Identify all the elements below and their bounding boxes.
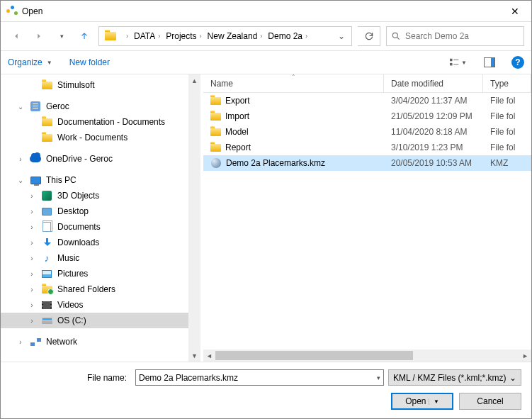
pic-icon — [40, 268, 53, 279]
chevron-down-icon[interactable]: ▾ — [377, 374, 380, 381]
expand-icon[interactable]: ⌄ — [16, 177, 25, 184]
arrow-left-icon — [11, 31, 21, 41]
file-pane: ˄ Name Date modified Type Export3/04/202… — [203, 74, 531, 362]
tree-item-stimulsoft[interactable]: Stimulsoft — [1, 77, 200, 93]
toolbar: Organize ▼ New folder ▼ ? — [1, 50, 531, 74]
back-button[interactable] — [8, 28, 25, 45]
tree-item-network[interactable]: ›Network — [1, 334, 200, 350]
view-icon — [450, 57, 460, 67]
main-area: Stimulsoft⌄GerocDocumentation - Document… — [1, 74, 531, 362]
tree-item-onedrive-geroc[interactable]: ›OneDrive - Geroc — [1, 151, 200, 167]
file-row[interactable]: Report3/10/2019 1:23 PMFile fol — [203, 140, 531, 155]
tree-scroll-down[interactable]: ▼ — [188, 350, 200, 362]
open-button[interactable]: Open ▼ — [391, 393, 453, 410]
col-name[interactable]: ˄ Name — [203, 74, 384, 92]
tree-item-music[interactable]: ›♪Music — [1, 250, 200, 266]
nav-tree[interactable]: Stimulsoft⌄GerocDocumentation - Document… — [1, 74, 200, 362]
view-options-button[interactable]: ▼ — [449, 55, 468, 70]
sort-asc-icon: ˄ — [292, 74, 295, 81]
music-icon: ♪ — [40, 252, 53, 264]
help-button[interactable]: ? — [511, 56, 524, 69]
expand-icon[interactable]: › — [28, 317, 36, 325]
chevron-down-icon: ▼ — [429, 398, 439, 405]
tree-item-desktop[interactable]: ›Desktop — [1, 203, 200, 219]
chevron-down-icon: ⌄ — [509, 373, 516, 383]
tree-item-work-documents[interactable]: Work - Documents — [1, 130, 200, 145]
folder-icon — [210, 113, 221, 121]
file-row[interactable]: Model11/04/2020 8:18 AMFile fol — [203, 124, 531, 140]
new-folder-button[interactable]: New folder — [69, 57, 110, 67]
net-icon — [29, 336, 42, 347]
tree-item-downloads[interactable]: ›Downloads — [1, 235, 200, 250]
expand-icon[interactable]: ⌄ — [16, 103, 25, 111]
monitor-icon — [29, 174, 42, 186]
tree-item-pictures[interactable]: ›Pictures — [1, 266, 200, 281]
crumb-root[interactable]: › — [120, 27, 131, 45]
3d-icon — [40, 190, 53, 201]
crumb-new-zealand[interactable]: New Zealand› — [205, 31, 266, 41]
recent-button[interactable]: ▾ — [53, 28, 70, 45]
cancel-button[interactable]: Cancel — [459, 393, 521, 410]
expand-icon[interactable]: › — [28, 223, 36, 231]
cloud-icon — [29, 153, 42, 164]
tree-scroll-up[interactable]: ▲ — [188, 74, 200, 86]
folder-icon — [40, 132, 53, 143]
filename-label: File name: — [11, 373, 131, 383]
preview-pane-button[interactable] — [480, 55, 499, 70]
organize-menu[interactable]: Organize ▼ — [8, 57, 52, 67]
expand-icon[interactable]: › — [28, 255, 36, 262]
tree-item-videos[interactable]: ›Videos — [1, 297, 200, 313]
expand-icon[interactable]: › — [28, 192, 36, 200]
refresh-icon — [364, 31, 374, 41]
up-button[interactable] — [76, 28, 93, 45]
expand-icon[interactable]: › — [28, 239, 36, 247]
tree-item-os-c-[interactable]: ›OS (C:) — [1, 313, 200, 328]
svg-point-0 — [392, 33, 397, 38]
hscroll-left[interactable]: ◄ — [203, 350, 215, 362]
tree-item-geroc[interactable]: ⌄Geroc — [1, 99, 200, 114]
tree-scrollbar[interactable] — [188, 74, 200, 362]
tree-item-this-pc[interactable]: ⌄This PC — [1, 172, 200, 188]
file-row[interactable]: Demo 2a Placemarks.kmz20/05/2019 10:53 A… — [203, 155, 531, 171]
forward-button[interactable] — [30, 28, 47, 45]
tree-item-shared-folders[interactable]: ›Shared Folders — [1, 281, 200, 297]
footer: File name: Demo 2a Placemarks.kmz ▾ KML … — [1, 362, 531, 418]
svg-rect-7 — [491, 58, 494, 67]
tree-item-3d-objects[interactable]: ›3D Objects — [1, 188, 200, 203]
crumb-projects[interactable]: Projects› — [163, 31, 204, 41]
expand-icon[interactable]: › — [16, 155, 25, 163]
window-title: Open — [22, 6, 43, 16]
search-input[interactable]: Search Demo 2a — [386, 26, 524, 46]
address-dropdown[interactable]: ⌄ — [333, 31, 350, 41]
tree-item-documentation-documents[interactable]: Documentation - Documents — [1, 114, 200, 130]
hscroll-right[interactable]: ► — [519, 350, 531, 362]
kmz-icon — [210, 157, 222, 169]
crumb-demo-2a[interactable]: Demo 2a› — [265, 31, 310, 41]
dl-icon — [40, 237, 53, 248]
close-button[interactable]: ✕ — [499, 1, 531, 22]
expand-icon[interactable]: › — [28, 286, 36, 294]
filename-input[interactable]: Demo 2a Placemarks.kmz ▾ — [135, 369, 384, 386]
col-date[interactable]: Date modified — [384, 74, 483, 92]
file-row[interactable]: Import21/05/2019 12:09 PMFile fol — [203, 108, 531, 124]
crumb-data[interactable]: DATA› — [131, 31, 163, 41]
col-type[interactable]: Type — [483, 74, 531, 92]
horizontal-scrollbar[interactable]: ◄ ► — [203, 350, 531, 362]
expand-icon[interactable]: › — [28, 270, 36, 278]
svg-rect-2 — [450, 59, 453, 62]
address-bar[interactable]: › DATA›Projects›New Zealand›Demo 2a› ⌄ — [98, 26, 352, 46]
file-list[interactable]: Export3/04/2020 11:37 AMFile folImport21… — [203, 93, 531, 350]
expand-icon[interactable]: › — [16, 338, 25, 346]
hscroll-thumb[interactable] — [215, 351, 413, 360]
desktop-icon — [40, 206, 53, 217]
tree-item-documents[interactable]: ›Documents — [1, 219, 200, 235]
column-headers: ˄ Name Date modified Type — [203, 74, 531, 93]
refresh-button[interactable] — [358, 26, 380, 46]
pane-icon — [484, 57, 495, 67]
file-row[interactable]: Export3/04/2020 11:37 AMFile fol — [203, 93, 531, 108]
svg-line-1 — [397, 38, 400, 40]
expand-icon[interactable]: › — [28, 208, 36, 216]
folder-icon — [103, 29, 118, 43]
expand-icon[interactable]: › — [28, 301, 36, 309]
filetype-select[interactable]: KML / KMZ Files (*.kml;*.kmz) ⌄ — [388, 369, 521, 386]
